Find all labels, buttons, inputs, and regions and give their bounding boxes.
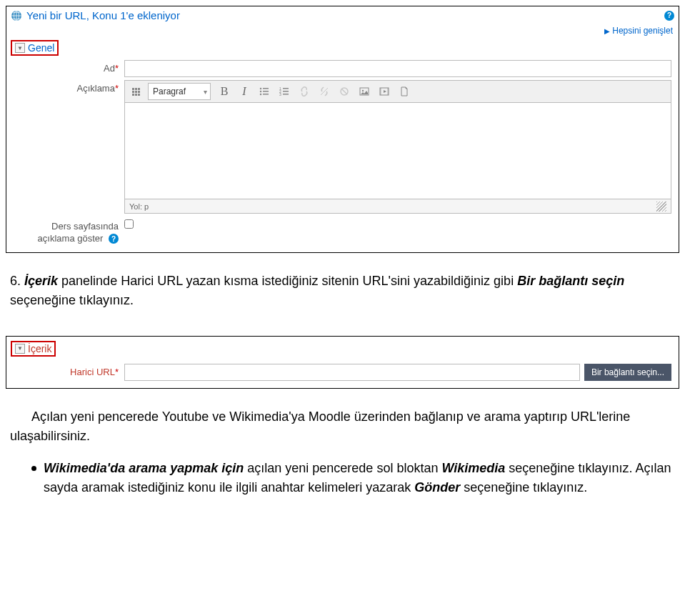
editor-footer: Yol: p: [124, 199, 671, 214]
link-button[interactable]: [295, 82, 314, 101]
external-url-label: Harici URL*: [14, 367, 124, 377]
section-general-label: Genel: [28, 42, 54, 54]
svg-rect-3: [263, 88, 269, 89]
section-general-header[interactable]: ▼ Genel: [11, 40, 59, 56]
external-url-input[interactable]: [124, 364, 580, 381]
resize-handle-icon[interactable]: [656, 202, 666, 212]
image-icon: [359, 86, 370, 97]
collapse-icon: ▼: [15, 344, 25, 354]
numbered-list-button[interactable]: 123: [275, 82, 294, 101]
svg-rect-7: [263, 94, 269, 95]
section-content-header[interactable]: ▼ İçerik: [11, 341, 56, 357]
media-button[interactable]: [375, 82, 394, 101]
bullet-icon: [31, 466, 36, 471]
help-icon[interactable]: ?: [664, 11, 674, 21]
section-content-label: İçerik: [28, 343, 51, 354]
bullet-item: Wikimedia'da arama yapmak için açılan ye…: [31, 459, 675, 497]
editor-toolbar: Paragraf B I 123: [124, 80, 671, 103]
numbered-list-icon: 123: [279, 86, 290, 97]
svg-rect-5: [263, 91, 269, 92]
content-section-screenshot: ▼ İçerik Harici URL* Bir bağlantı seçin.…: [6, 336, 679, 389]
show-description-checkbox[interactable]: [124, 219, 134, 229]
bold-icon: B: [221, 85, 229, 98]
toolbar-expand-button[interactable]: [128, 82, 144, 101]
link-icon: [299, 86, 310, 97]
help-icon[interactable]: ?: [109, 234, 119, 244]
moodle-form-screenshot: Yeni bir URL, Konu 1'e ekleniyor ? ▶ Hep…: [6, 6, 679, 253]
paragraph-format-label: Paragraf: [153, 86, 186, 96]
unlink-icon: [319, 86, 330, 97]
image-button[interactable]: [355, 82, 374, 101]
bullet-list-icon: [259, 86, 270, 97]
expand-all-link[interactable]: ▶ Hepsini genişlet: [604, 26, 673, 36]
show-description-label: Ders sayfasında açıklama göster ?: [14, 218, 124, 245]
svg-rect-20: [380, 88, 381, 95]
name-input[interactable]: [124, 60, 671, 77]
choose-link-button[interactable]: Bir bağlantı seçin...: [584, 364, 671, 381]
triangle-right-icon: ▶: [604, 27, 610, 35]
bullet-list-button[interactable]: [255, 82, 274, 101]
general-section-body: Ad* Açıklama* Paragraf B I: [6, 60, 679, 252]
form-title: Yeni bir URL, Konu 1'e ekleniyor: [26, 9, 661, 21]
editor-path: Yol: p: [129, 202, 149, 211]
manage-files-button[interactable]: [395, 82, 414, 101]
description-label: Açıklama*: [14, 80, 124, 94]
svg-rect-21: [387, 88, 389, 95]
form-header: Yeni bir URL, Konu 1'e ekleniyor ?: [6, 6, 679, 24]
globe-icon: [11, 10, 26, 21]
description-row: Açıklama* Paragraf B I 123: [14, 80, 671, 214]
prevent-autolink-button[interactable]: [335, 82, 354, 101]
svg-rect-9: [283, 88, 289, 89]
svg-text:3: 3: [279, 92, 281, 96]
media-icon: [379, 86, 390, 97]
external-url-row: Harici URL* Bir bağlantı seçin...: [6, 361, 679, 388]
italic-button[interactable]: I: [235, 82, 254, 101]
show-description-row: Ders sayfasında açıklama göster ?: [14, 218, 671, 245]
files-icon: [399, 86, 410, 97]
unlink-button[interactable]: [315, 82, 334, 101]
paragraph-format-select[interactable]: Paragraf: [148, 83, 211, 100]
svg-point-18: [362, 90, 364, 91]
italic-icon: I: [242, 85, 246, 98]
svg-point-6: [260, 94, 261, 95]
collapse-icon: ▼: [15, 43, 25, 53]
grid-icon: [132, 88, 140, 96]
svg-line-16: [341, 89, 347, 94]
svg-rect-11: [283, 91, 289, 92]
instruction-text-1: 6. İçerik panelinde Harici URL yazan kıs…: [0, 259, 685, 330]
prevent-link-icon: [339, 86, 350, 97]
bold-button[interactable]: B: [215, 82, 234, 101]
svg-point-4: [260, 91, 261, 92]
svg-point-2: [260, 88, 261, 89]
svg-rect-13: [283, 94, 289, 95]
name-label: Ad*: [14, 60, 124, 74]
description-editor[interactable]: [124, 103, 671, 199]
expand-all-label: Hepsini genişlet: [612, 26, 673, 36]
name-row: Ad*: [14, 60, 671, 77]
instruction-text-2: Açılan yeni pencerede Youtube ve Wikimed…: [0, 394, 685, 505]
